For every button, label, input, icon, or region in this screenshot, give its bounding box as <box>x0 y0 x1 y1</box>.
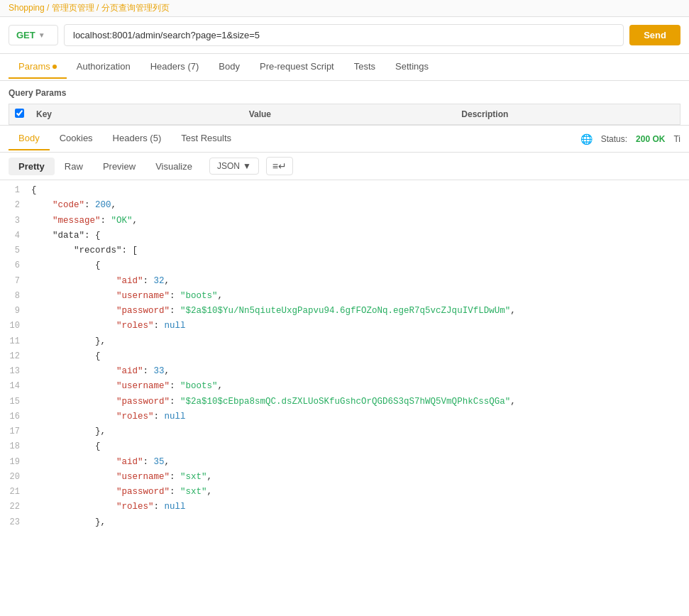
line-number: 22 <box>6 500 31 514</box>
line-content: "username": "boots", <box>31 379 683 394</box>
line-number: 23 <box>6 515 31 529</box>
tab-params-label: Params <box>18 61 50 72</box>
view-tab-preview[interactable]: Preview <box>93 158 145 175</box>
json-line: 3 "message": "OK", <box>0 214 689 229</box>
json-line: 12 { <box>0 349 689 364</box>
format-select-value: JSON <box>217 161 240 171</box>
resp-tab-test-results[interactable]: Test Results <box>171 127 241 150</box>
line-number: 19 <box>6 455 31 469</box>
line-number: 3 <box>6 214 31 228</box>
view-tab-visualize-label: Visualize <box>155 161 192 172</box>
method-chevron-icon: ▼ <box>38 31 45 39</box>
line-number: 17 <box>6 424 31 439</box>
json-line: 7 "aid": 32, <box>0 274 689 289</box>
line-number: 15 <box>6 395 31 409</box>
line-number: 1 <box>6 183 31 197</box>
line-content: "aid": 33, <box>31 364 683 379</box>
json-line: 4 "data": { <box>0 229 689 243</box>
line-content: "aid": 32, <box>31 274 683 289</box>
line-content: "aid": 35, <box>31 455 683 470</box>
json-line: 19 "aid": 35, <box>0 455 689 470</box>
desc-col-header: Description <box>461 109 674 119</box>
line-content: "password": "sxt", <box>31 485 683 500</box>
status-value: 200 OK <box>636 134 665 144</box>
resp-tab-body[interactable]: Body <box>9 127 50 150</box>
view-tab-raw-label: Raw <box>65 161 83 172</box>
view-tabs-bar: Pretty Raw Preview Visualize JSON ▼ ≡↵ <box>0 153 689 180</box>
line-number: 14 <box>6 379 31 393</box>
resp-tab-headers[interactable]: Headers (5) <box>103 127 172 150</box>
tab-settings-label: Settings <box>395 61 429 72</box>
line-number: 8 <box>6 289 31 303</box>
breadcrumb-text: Shopping / 管理页管理 / 分页查询管理列页 <box>9 2 170 14</box>
json-line: 11 }, <box>0 334 689 349</box>
view-tab-pretty[interactable]: Pretty <box>9 158 55 175</box>
status-label: Status: <box>601 134 627 144</box>
json-line: 13 "aid": 33, <box>0 364 689 379</box>
json-line: 16 "roles": null <box>0 409 689 424</box>
line-number: 6 <box>6 258 31 273</box>
url-input[interactable] <box>64 24 624 46</box>
globe-icon: 🌐 <box>580 133 592 145</box>
json-line: 10 "roles": null <box>0 319 689 334</box>
wrap-button[interactable]: ≡↵ <box>266 157 293 175</box>
view-tab-raw[interactable]: Raw <box>55 158 93 175</box>
line-content: "roles": null <box>31 319 683 334</box>
url-bar: GET ▼ Send <box>0 17 689 54</box>
tab-pre-request[interactable]: Pre-request Script <box>250 55 344 79</box>
line-content: "code": 200, <box>31 198 683 213</box>
method-select[interactable]: GET ▼ <box>9 25 58 45</box>
line-content: "roles": null <box>31 500 683 515</box>
line-number: 10 <box>6 319 31 333</box>
line-content: { <box>31 183 683 198</box>
key-col-header: Key <box>36 109 249 119</box>
tab-params[interactable]: Params <box>9 55 67 79</box>
json-line: 18 { <box>0 439 689 454</box>
send-button[interactable]: Send <box>629 25 680 45</box>
line-content: }, <box>31 424 683 439</box>
tab-body[interactable]: Body <box>209 55 250 79</box>
view-tab-visualize[interactable]: Visualize <box>145 158 202 175</box>
tab-tests[interactable]: Tests <box>344 55 385 79</box>
line-number: 4 <box>6 229 31 243</box>
line-content: "password": "$2a$10$cEbpa8smQC.dsZXLUoSK… <box>31 395 683 409</box>
line-number: 18 <box>6 439 31 453</box>
json-line: 14 "username": "boots", <box>0 379 689 394</box>
view-tab-pretty-label: Pretty <box>18 161 45 172</box>
format-chevron-icon: ▼ <box>243 161 251 171</box>
line-number: 20 <box>6 470 31 484</box>
tab-tests-label: Tests <box>354 61 375 72</box>
json-line: 1{ <box>0 183 689 198</box>
resp-tab-headers-label: Headers (5) <box>113 133 162 143</box>
line-number: 12 <box>6 349 31 363</box>
line-content: "data": { <box>31 229 683 243</box>
line-content: "password": "$2a$10$Yu/Nn5qiuteUxgPapvu9… <box>31 304 683 319</box>
line-content: "username": "sxt", <box>31 470 683 485</box>
tab-body-label: Body <box>219 61 240 72</box>
json-line: 17 }, <box>0 424 689 439</box>
select-all-checkbox[interactable] <box>15 109 24 118</box>
resp-tab-cookies-label: Cookies <box>60 133 93 143</box>
line-number: 5 <box>6 243 31 258</box>
line-content: }, <box>31 334 683 349</box>
tab-headers[interactable]: Headers (7) <box>140 55 209 79</box>
line-number: 9 <box>6 304 31 318</box>
resp-tab-cookies[interactable]: Cookies <box>50 127 103 150</box>
json-line: 5 "records": [ <box>0 243 689 258</box>
format-select[interactable]: JSON ▼ <box>209 158 259 175</box>
json-line: 9 "password": "$2a$10$Yu/Nn5qiuteUxgPapv… <box>0 304 689 319</box>
line-content: "records": [ <box>31 243 683 258</box>
json-line: 23 }, <box>0 515 689 530</box>
tab-settings[interactable]: Settings <box>385 55 439 79</box>
breadcrumb: Shopping / 管理页管理 / 分页查询管理列页 <box>0 0 689 17</box>
json-line: 2 "code": 200, <box>0 198 689 213</box>
line-content: { <box>31 439 683 454</box>
tab-authorization[interactable]: Authorization <box>67 55 140 79</box>
line-content: "message": "OK", <box>31 214 683 229</box>
resp-tab-test-results-label: Test Results <box>181 133 231 143</box>
line-content: { <box>31 349 683 364</box>
time-label: Ti <box>673 134 680 144</box>
params-table-header: Key Value Description <box>9 104 680 125</box>
query-params-section: Query Params Key Value Description <box>0 81 689 125</box>
response-status-area: 🌐 Status: 200 OK Ti <box>580 133 680 145</box>
